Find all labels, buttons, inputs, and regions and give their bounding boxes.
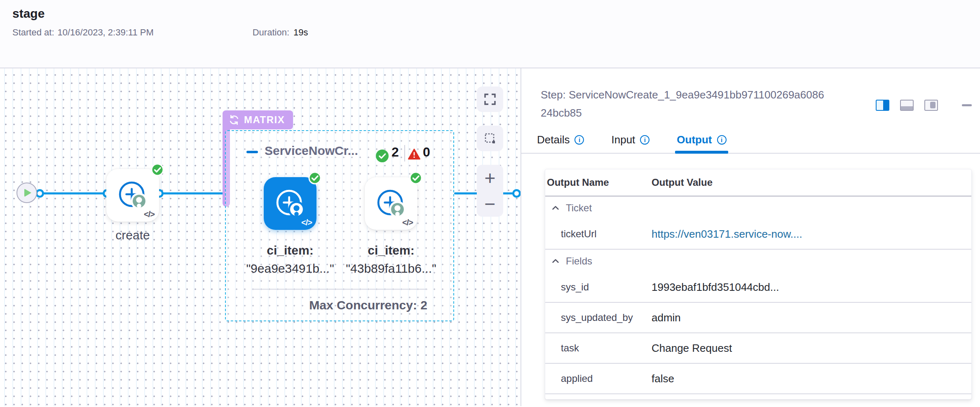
output-value-link[interactable]: https://ven03171.service-now.... (652, 228, 971, 241)
minimize-panel-button[interactable] (962, 104, 972, 106)
matrix-collapse-button[interactable] (246, 151, 258, 153)
step-details-panel: Step: ServiceNowCreate_1_9ea9e3491bb9711… (520, 68, 980, 406)
output-name: task (545, 342, 652, 354)
fullscreen-icon (483, 93, 497, 106)
tab-details[interactable]: Details (535, 131, 586, 153)
matrix-failed-count: 0 (423, 145, 430, 160)
count-divider (404, 145, 405, 161)
started-at-value: 10/16/2023, 2:39:11 PM (58, 27, 154, 38)
success-count-icon (375, 149, 389, 163)
create-step-label: create (106, 228, 159, 242)
pipeline-canvas[interactable]: </> create MATRIX ServiceNowCr... 2 (0, 68, 520, 406)
port-stage-end[interactable] (512, 189, 520, 198)
layout-bottom-panel-icon[interactable] (900, 100, 914, 111)
output-group-ticket[interactable]: Ticket (545, 196, 971, 219)
output-row-task: taskChange Request (545, 333, 971, 364)
info-icon[interactable] (640, 135, 649, 145)
duration-label: Duration: (253, 27, 289, 38)
output-value: Change Request (652, 342, 971, 355)
output-table-body: TicketticketUrlhttps://ven03171.service-… (545, 196, 971, 394)
info-icon[interactable] (717, 135, 727, 145)
play-icon (24, 189, 31, 197)
column-output-name: Output Name (545, 177, 652, 188)
output-tab-content: Output Name Output Value TicketticketUrl… (521, 154, 980, 400)
servicenow-create-icon (375, 188, 407, 219)
output-row-sys_updated_by: sys_updated_byadmin (545, 303, 971, 333)
column-output-value: Output Value (652, 177, 971, 188)
layout-floating-panel-icon[interactable] (924, 100, 938, 111)
duration-value: 19s (293, 27, 308, 38)
started-at-label: Started at: (12, 27, 54, 38)
template-code-icon: </> (144, 210, 155, 219)
output-table: Output Name Output Value TicketticketUrl… (545, 169, 972, 400)
output-group-fields[interactable]: Fields (545, 250, 971, 272)
info-icon[interactable] (574, 135, 584, 145)
output-name: applied (545, 373, 652, 384)
fullscreen-button[interactable] (477, 87, 503, 112)
chevron-up-icon[interactable] (551, 204, 560, 213)
matrix-footer-divider (252, 289, 427, 290)
group-label: Ticket (566, 202, 592, 214)
matrix-group-title: ServiceNowCr... (265, 144, 358, 158)
stage-header: stage Started at: 10/16/2023, 2:39:11 PM… (0, 0, 980, 68)
step-title-name: ServiceNowCreate_1_9ea9e3491bb971100269a… (541, 89, 824, 119)
template-code-icon: </> (402, 218, 413, 227)
marquee-select-icon (483, 132, 497, 145)
tab-output[interactable]: Output (675, 131, 728, 153)
success-check-icon (308, 171, 321, 185)
output-row-ticketUrl: ticketUrlhttps://ven03171.service-now...… (545, 219, 971, 250)
output-row-sys_id: sys_id1993ebaf1bfd351044cbd... (545, 272, 971, 303)
output-name: sys_id (545, 281, 652, 293)
create-step-node[interactable]: </> (106, 169, 159, 222)
zoom-out-button[interactable] (485, 192, 496, 216)
template-code-icon: </> (301, 218, 312, 227)
panel-layout-controls (876, 99, 972, 111)
max-concurrency-label: Max Concurrency: 2 (263, 298, 427, 312)
matrix-success-count: 2 (392, 145, 399, 160)
multi-select-button[interactable] (477, 126, 503, 151)
servicenow-create-icon (117, 180, 148, 211)
group-label: Fields (566, 255, 592, 267)
output-table-header: Output Name Output Value (545, 169, 971, 196)
layout-right-panel-icon[interactable] (876, 100, 889, 111)
step-title-prefix: Step: (541, 89, 566, 101)
matrix-badge[interactable]: MATRIX (223, 110, 293, 129)
zoom-control (477, 165, 503, 217)
output-value: false (652, 372, 971, 385)
output-name: sys_updated_by (545, 312, 652, 323)
output-value: 1993ebaf1bfd351044cbd... (652, 281, 971, 294)
stage-start-node[interactable] (16, 182, 37, 203)
output-row-applied: appliedfalse (545, 364, 971, 394)
success-check-icon (151, 163, 164, 176)
loop-icon (228, 114, 240, 126)
stage-meta: Started at: 10/16/2023, 2:39:11 PM Durat… (12, 27, 308, 38)
matrix-node-1[interactable]: </> (365, 177, 417, 230)
stage-title: stage (12, 7, 45, 21)
step-title: Step: ServiceNowCreate_1_9ea9e3491bb9711… (541, 86, 829, 122)
chevron-up-icon[interactable] (551, 257, 560, 266)
matrix-node-0[interactable]: </> (264, 177, 317, 230)
servicenow-create-icon (274, 188, 306, 219)
failure-warning-icon (408, 148, 420, 160)
tab-input[interactable]: Input (610, 131, 651, 153)
output-name: ticketUrl (545, 228, 652, 240)
matrix-node-1-label: ci_item: "43b89fa11b6..." (346, 241, 436, 278)
step-detail-tabs: Details Input Output (521, 131, 980, 154)
output-value: admin (652, 311, 971, 324)
success-check-icon (409, 171, 422, 185)
zoom-in-button[interactable] (485, 166, 496, 190)
matrix-badge-label: MATRIX (244, 114, 285, 126)
matrix-node-0-label: ci_item: "9ea9e3491b..." (245, 241, 335, 278)
